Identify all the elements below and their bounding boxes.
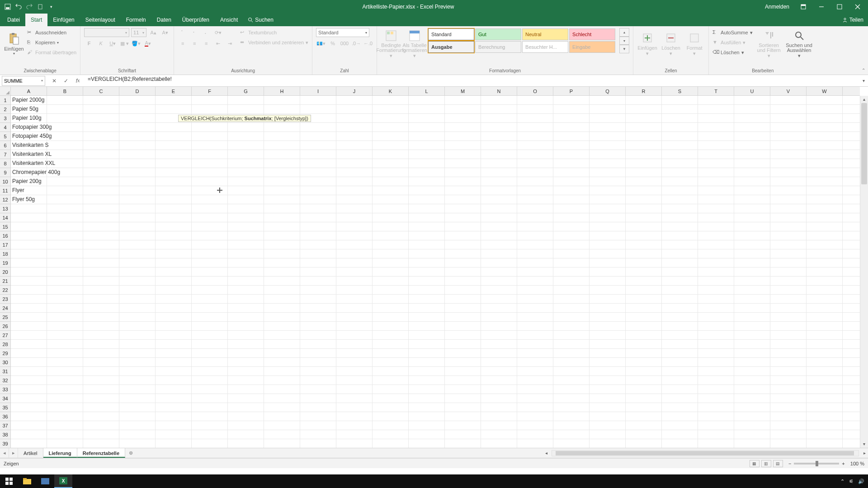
cell[interactable] [770, 349, 807, 357]
cell[interactable] [517, 150, 553, 159]
cell[interactable] [300, 204, 336, 213]
cell[interactable] [119, 286, 156, 294]
row-header[interactable]: 34 [0, 394, 10, 403]
cell[interactable] [590, 376, 626, 385]
cell[interactable] [192, 295, 228, 303]
cell[interactable] [373, 267, 409, 276]
tab-formulas[interactable]: Formeln [121, 14, 151, 26]
cell[interactable] [192, 213, 228, 222]
cell[interactable] [770, 295, 807, 303]
cell[interactable] [698, 385, 734, 394]
cell[interactable] [83, 168, 119, 177]
cell[interactable] [264, 213, 300, 222]
cell[interactable] [553, 204, 590, 213]
sheet-tab-referenz[interactable]: Referenztabelle [77, 448, 125, 458]
cell[interactable] [336, 322, 373, 330]
cell[interactable] [373, 222, 409, 231]
cell[interactable] [662, 195, 698, 204]
cell[interactable] [119, 204, 156, 213]
cell[interactable] [553, 150, 590, 159]
cell[interactable] [192, 240, 228, 249]
cell[interactable] [662, 159, 698, 168]
cell[interactable] [373, 358, 409, 366]
cell[interactable] [409, 421, 445, 430]
cell[interactable] [807, 394, 843, 403]
cell[interactable] [264, 421, 300, 430]
cell[interactable] [807, 132, 843, 141]
cell[interactable] [481, 204, 517, 213]
cell[interactable] [228, 249, 264, 258]
align-left-icon[interactable]: ≡ [178, 39, 188, 48]
cell[interactable] [734, 412, 770, 421]
cell[interactable] [481, 394, 517, 403]
cell[interactable] [409, 286, 445, 294]
cell[interactable]: Fotopapier 450g [11, 132, 47, 141]
cell[interactable] [698, 258, 734, 267]
tell-me-search[interactable]: Suchen [248, 17, 274, 23]
cell[interactable] [264, 286, 300, 294]
cell[interactable] [409, 394, 445, 403]
cell[interactable] [264, 159, 300, 168]
cell[interactable] [300, 141, 336, 150]
cell[interactable] [698, 222, 734, 231]
row-header[interactable]: 13 [0, 204, 10, 213]
cell[interactable] [156, 394, 192, 403]
style-neutral[interactable]: Neutral [522, 28, 568, 40]
cell[interactable] [264, 349, 300, 357]
cell[interactable] [734, 394, 770, 403]
cell[interactable] [409, 403, 445, 412]
cell[interactable] [119, 96, 156, 104]
cell[interactable] [11, 204, 47, 213]
cell[interactable] [300, 412, 336, 421]
cell[interactable] [83, 331, 119, 339]
cell[interactable] [734, 213, 770, 222]
cell[interactable] [807, 439, 843, 448]
cell[interactable] [481, 105, 517, 113]
cell[interactable] [626, 231, 662, 240]
cell[interactable] [445, 340, 481, 348]
cell[interactable] [409, 412, 445, 421]
cell[interactable] [336, 367, 373, 375]
row-header[interactable]: 4 [0, 123, 10, 132]
cell[interactable] [336, 421, 373, 430]
cell[interactable] [300, 430, 336, 439]
cell[interactable] [734, 222, 770, 231]
cell[interactable] [409, 367, 445, 375]
scroll-up-icon[interactable]: ▴ [860, 96, 868, 103]
cell[interactable] [336, 159, 373, 168]
italic-button[interactable]: K [96, 39, 106, 48]
cell[interactable] [192, 403, 228, 412]
cell[interactable] [336, 267, 373, 276]
save-icon[interactable] [4, 3, 12, 11]
wrap-text-button[interactable]: ↩Textumbruch [240, 28, 308, 37]
cell[interactable] [264, 394, 300, 403]
cell[interactable] [481, 150, 517, 159]
cell[interactable] [734, 231, 770, 240]
cell[interactable] [156, 313, 192, 321]
cell[interactable] [47, 331, 83, 339]
cell[interactable] [734, 186, 770, 195]
cell[interactable] [445, 367, 481, 375]
page-layout-view-icon[interactable]: ▥ [761, 460, 771, 467]
cell[interactable] [373, 258, 409, 267]
cell[interactable] [517, 385, 553, 394]
delete-cells-button[interactable]: Löschen▾ [660, 28, 681, 60]
cell[interactable] [156, 439, 192, 448]
row-header[interactable]: 1 [0, 96, 10, 105]
cell[interactable] [264, 331, 300, 339]
cell[interactable] [11, 385, 47, 394]
cell[interactable] [300, 213, 336, 222]
cell[interactable] [698, 231, 734, 240]
cell[interactable] [47, 376, 83, 385]
cell[interactable] [47, 249, 83, 258]
cell[interactable] [192, 277, 228, 285]
cell[interactable] [553, 313, 590, 321]
cell[interactable] [264, 295, 300, 303]
cell[interactable] [481, 295, 517, 303]
cell[interactable] [626, 394, 662, 403]
cell[interactable] [264, 105, 300, 113]
cell[interactable] [662, 186, 698, 195]
cell[interactable] [626, 258, 662, 267]
cell[interactable] [156, 186, 192, 195]
cell[interactable] [807, 249, 843, 258]
